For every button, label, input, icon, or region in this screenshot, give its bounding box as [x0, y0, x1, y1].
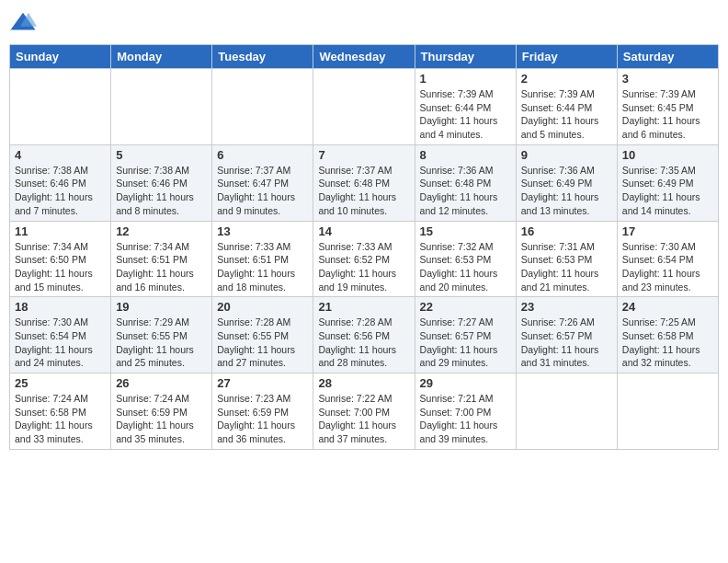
- day-info: Sunrise: 7:25 AM Sunset: 6:58 PM Dayligh…: [622, 316, 713, 370]
- day-number: 1: [420, 72, 511, 86]
- calendar-table: SundayMondayTuesdayWednesdayThursdayFrid…: [9, 44, 719, 450]
- day-of-week-header: Monday: [111, 45, 212, 69]
- day-number: 6: [217, 148, 308, 162]
- day-info: Sunrise: 7:24 AM Sunset: 6:58 PM Dayligh…: [15, 392, 106, 446]
- day-number: 4: [15, 148, 106, 162]
- calendar-day-cell: 16Sunrise: 7:31 AM Sunset: 6:53 PM Dayli…: [516, 221, 617, 297]
- day-number: 24: [622, 300, 713, 314]
- calendar-day-cell: 22Sunrise: 7:27 AM Sunset: 6:57 PM Dayli…: [415, 297, 516, 373]
- day-info: Sunrise: 7:36 AM Sunset: 6:48 PM Dayligh…: [420, 164, 511, 218]
- calendar-day-cell: 6Sunrise: 7:37 AM Sunset: 6:47 PM Daylig…: [212, 144, 313, 221]
- day-number: 21: [318, 300, 409, 314]
- day-number: 15: [420, 224, 511, 238]
- calendar-day-cell: 3Sunrise: 7:39 AM Sunset: 6:45 PM Daylig…: [617, 69, 718, 145]
- day-number: 18: [15, 300, 106, 314]
- day-number: 29: [420, 376, 511, 390]
- calendar-day-cell: 9Sunrise: 7:36 AM Sunset: 6:49 PM Daylig…: [516, 144, 617, 221]
- calendar-day-cell: 17Sunrise: 7:30 AM Sunset: 6:54 PM Dayli…: [617, 221, 718, 297]
- day-info: Sunrise: 7:24 AM Sunset: 6:59 PM Dayligh…: [116, 392, 207, 446]
- day-number: 12: [116, 224, 207, 238]
- day-number: 10: [622, 148, 713, 162]
- day-number: 14: [318, 224, 409, 238]
- calendar-day-cell: 23Sunrise: 7:26 AM Sunset: 6:57 PM Dayli…: [516, 297, 617, 373]
- day-info: Sunrise: 7:33 AM Sunset: 6:52 PM Dayligh…: [318, 240, 409, 294]
- day-number: 16: [521, 224, 612, 238]
- day-info: Sunrise: 7:39 AM Sunset: 6:44 PM Dayligh…: [521, 87, 612, 142]
- day-number: 22: [420, 300, 511, 314]
- day-info: Sunrise: 7:35 AM Sunset: 6:49 PM Dayligh…: [622, 164, 713, 218]
- day-info: Sunrise: 7:26 AM Sunset: 6:57 PM Dayligh…: [521, 316, 612, 370]
- day-info: Sunrise: 7:32 AM Sunset: 6:53 PM Dayligh…: [420, 240, 511, 294]
- calendar-day-cell: 10Sunrise: 7:35 AM Sunset: 6:49 PM Dayli…: [617, 144, 718, 221]
- calendar-day-cell: 5Sunrise: 7:38 AM Sunset: 6:46 PM Daylig…: [111, 144, 212, 221]
- day-number: 11: [15, 224, 106, 238]
- day-of-week-header: Sunday: [10, 45, 111, 69]
- calendar-week-row: 11Sunrise: 7:34 AM Sunset: 6:50 PM Dayli…: [10, 221, 719, 297]
- day-number: 20: [217, 300, 308, 314]
- day-of-week-header: Thursday: [415, 45, 516, 69]
- day-of-week-header: Tuesday: [212, 45, 313, 69]
- day-info: Sunrise: 7:30 AM Sunset: 6:54 PM Dayligh…: [15, 316, 106, 370]
- day-info: Sunrise: 7:22 AM Sunset: 7:00 PM Dayligh…: [318, 392, 409, 446]
- logo: [9, 9, 40, 37]
- day-of-week-header: Wednesday: [313, 45, 415, 69]
- calendar-day-cell: 15Sunrise: 7:32 AM Sunset: 6:53 PM Dayli…: [415, 221, 516, 297]
- day-number: 2: [521, 72, 612, 86]
- calendar-day-cell: 13Sunrise: 7:33 AM Sunset: 6:51 PM Dayli…: [212, 221, 313, 297]
- calendar-day-cell: 8Sunrise: 7:36 AM Sunset: 6:48 PM Daylig…: [415, 144, 516, 221]
- day-info: Sunrise: 7:37 AM Sunset: 6:47 PM Dayligh…: [217, 164, 308, 218]
- day-number: 25: [15, 376, 106, 390]
- day-info: Sunrise: 7:37 AM Sunset: 6:48 PM Dayligh…: [318, 164, 409, 218]
- day-info: Sunrise: 7:34 AM Sunset: 6:50 PM Dayligh…: [15, 240, 106, 294]
- day-number: 7: [318, 148, 409, 162]
- calendar-header-row: SundayMondayTuesdayWednesdayThursdayFrid…: [10, 45, 719, 69]
- day-info: Sunrise: 7:33 AM Sunset: 6:51 PM Dayligh…: [217, 240, 308, 294]
- day-info: Sunrise: 7:31 AM Sunset: 6:53 PM Dayligh…: [521, 240, 612, 294]
- calendar-day-cell: 21Sunrise: 7:28 AM Sunset: 6:56 PM Dayli…: [313, 297, 415, 373]
- calendar-day-cell: 2Sunrise: 7:39 AM Sunset: 6:44 PM Daylig…: [516, 69, 617, 145]
- calendar-day-cell: 4Sunrise: 7:38 AM Sunset: 6:46 PM Daylig…: [10, 144, 111, 221]
- calendar-day-cell: 18Sunrise: 7:30 AM Sunset: 6:54 PM Dayli…: [10, 297, 111, 373]
- calendar-week-row: 25Sunrise: 7:24 AM Sunset: 6:58 PM Dayli…: [10, 373, 719, 450]
- calendar-day-cell: 14Sunrise: 7:33 AM Sunset: 6:52 PM Dayli…: [313, 221, 415, 297]
- day-info: Sunrise: 7:39 AM Sunset: 6:44 PM Dayligh…: [420, 87, 511, 142]
- calendar-day-cell: [313, 69, 415, 145]
- day-info: Sunrise: 7:23 AM Sunset: 6:59 PM Dayligh…: [217, 392, 308, 446]
- day-of-week-header: Saturday: [617, 45, 718, 69]
- calendar-day-cell: [617, 373, 718, 450]
- calendar-week-row: 18Sunrise: 7:30 AM Sunset: 6:54 PM Dayli…: [10, 297, 719, 373]
- day-number: 23: [521, 300, 612, 314]
- day-info: Sunrise: 7:28 AM Sunset: 6:56 PM Dayligh…: [318, 316, 409, 370]
- calendar-week-row: 4Sunrise: 7:38 AM Sunset: 6:46 PM Daylig…: [10, 144, 719, 221]
- calendar-day-cell: 7Sunrise: 7:37 AM Sunset: 6:48 PM Daylig…: [313, 144, 415, 221]
- day-info: Sunrise: 7:28 AM Sunset: 6:55 PM Dayligh…: [217, 316, 308, 370]
- calendar-day-cell: 12Sunrise: 7:34 AM Sunset: 6:51 PM Dayli…: [111, 221, 212, 297]
- day-info: Sunrise: 7:34 AM Sunset: 6:51 PM Dayligh…: [116, 240, 207, 294]
- calendar-day-cell: 29Sunrise: 7:21 AM Sunset: 7:00 PM Dayli…: [415, 373, 516, 450]
- day-info: Sunrise: 7:27 AM Sunset: 6:57 PM Dayligh…: [420, 316, 511, 370]
- calendar-day-cell: 1Sunrise: 7:39 AM Sunset: 6:44 PM Daylig…: [415, 69, 516, 145]
- calendar-day-cell: 24Sunrise: 7:25 AM Sunset: 6:58 PM Dayli…: [617, 297, 718, 373]
- day-info: Sunrise: 7:21 AM Sunset: 7:00 PM Dayligh…: [420, 392, 511, 446]
- calendar-day-cell: 19Sunrise: 7:29 AM Sunset: 6:55 PM Dayli…: [111, 297, 212, 373]
- day-number: 27: [217, 376, 308, 390]
- calendar-day-cell: 27Sunrise: 7:23 AM Sunset: 6:59 PM Dayli…: [212, 373, 313, 450]
- calendar-day-cell: 26Sunrise: 7:24 AM Sunset: 6:59 PM Dayli…: [111, 373, 212, 450]
- day-number: 13: [217, 224, 308, 238]
- calendar-day-cell: [212, 69, 313, 145]
- calendar-day-cell: [10, 69, 111, 145]
- day-number: 26: [116, 376, 207, 390]
- calendar-day-cell: 20Sunrise: 7:28 AM Sunset: 6:55 PM Dayli…: [212, 297, 313, 373]
- day-info: Sunrise: 7:38 AM Sunset: 6:46 PM Dayligh…: [116, 164, 207, 218]
- day-number: 28: [318, 376, 409, 390]
- calendar-day-cell: [516, 373, 617, 450]
- day-of-week-header: Friday: [516, 45, 617, 69]
- day-info: Sunrise: 7:30 AM Sunset: 6:54 PM Dayligh…: [622, 240, 713, 294]
- day-number: 19: [116, 300, 207, 314]
- day-info: Sunrise: 7:36 AM Sunset: 6:49 PM Dayligh…: [521, 164, 612, 218]
- calendar-week-row: 1Sunrise: 7:39 AM Sunset: 6:44 PM Daylig…: [10, 69, 719, 145]
- day-number: 8: [420, 148, 511, 162]
- calendar-day-cell: [111, 69, 212, 145]
- day-info: Sunrise: 7:38 AM Sunset: 6:46 PM Dayligh…: [15, 164, 106, 218]
- day-number: 3: [622, 72, 713, 86]
